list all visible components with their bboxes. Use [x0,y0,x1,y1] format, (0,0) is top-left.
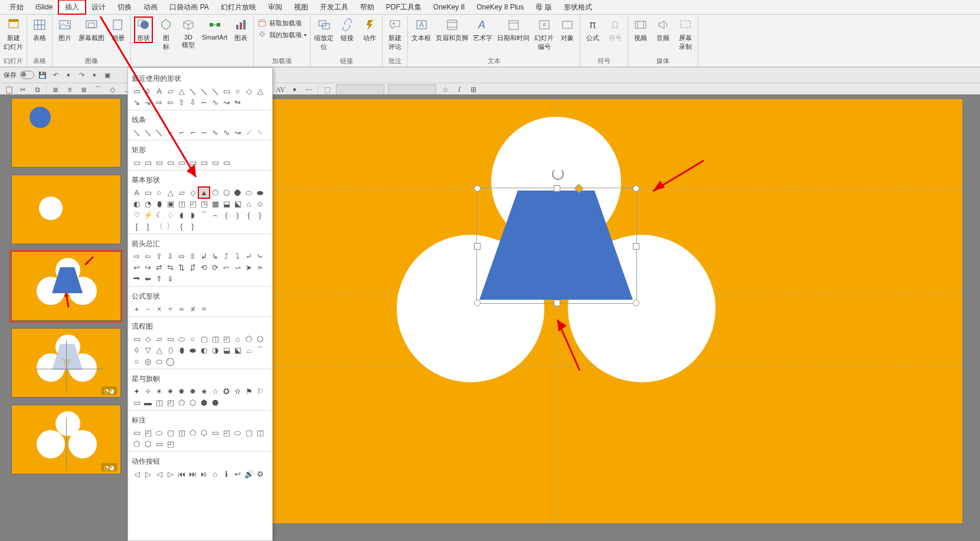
tab-design[interactable]: 设计 [86,1,112,14]
shape-option[interactable]: ◊ [143,86,153,96]
shape-option[interactable]: ⬕ [233,345,243,355]
shape-option[interactable]: ↩ [132,263,142,273]
screenrec-button[interactable]: 屏幕 录制 [677,17,694,51]
shape-option[interactable]: ▭ [210,428,220,438]
shape-option[interactable]: ▭ [188,158,198,168]
shape-option[interactable]: ▭ [143,188,153,198]
shape-option[interactable]: ◯ [165,356,175,366]
shape-option[interactable]: ➣ [255,263,265,273]
more-options-icon[interactable]: ⊞ [468,84,479,95]
shape-option[interactable]: ⬄ [177,251,187,261]
shape-option[interactable]: ▱ [154,334,164,344]
tab-pdf[interactable]: PDF工具集 [380,1,427,14]
shape-option[interactable]: ✷ [165,386,175,396]
shape-option[interactable]: ＼ [199,86,209,96]
shape-option[interactable]: A [132,188,142,198]
shape-option[interactable]: ⬓ [221,199,231,209]
shape-option[interactable]: ◐ [199,345,209,355]
icons-button[interactable]: 图 标 [157,17,175,51]
shape-option[interactable]: ⬯ [165,345,175,355]
shape-option[interactable]: A [154,86,164,96]
textbox-button[interactable]: A文本框 [411,17,431,42]
shape-option[interactable]: ⬡ [255,334,265,344]
shape-option[interactable]: ⇦ [165,97,175,107]
shape-option[interactable]: ⬡ [143,439,153,449]
shape-option[interactable]: ◰ [221,428,231,438]
tab-master[interactable]: 母 版 [530,1,557,14]
shape-option[interactable]: ⇧ [154,251,164,261]
shape-option[interactable]: ✦ [132,386,142,396]
shape-option[interactable]: } [255,210,265,220]
shape-option[interactable]: ↘ [132,97,142,107]
autosave-toggle[interactable] [20,71,34,79]
shape-option[interactable]: ☾ [154,210,164,220]
shape-option[interactable]: { [177,221,187,231]
shape-option[interactable]: ⟍ [255,127,265,137]
shape-option[interactable]: ∿ [210,127,220,137]
shape-option[interactable]: 🔊 [244,469,254,479]
shape-option[interactable]: ⇧ [177,97,187,107]
shape-option[interactable]: ▭ [199,158,209,168]
shape-option[interactable]: ↝ [233,127,243,137]
shape-option[interactable]: ⇅ [177,263,187,273]
shape-option[interactable]: ▭ [154,439,164,449]
shape-option[interactable]: ∿ [221,127,231,137]
shape-option[interactable]: ⇄ [154,263,164,273]
shape-option[interactable]: ◗ [188,210,198,220]
shape-option[interactable]: ⌒ [199,210,209,220]
shape-option[interactable]: ( [221,210,231,220]
shape-option[interactable]: ✹ [188,386,198,396]
shape-option[interactable]: ⏯ [199,469,209,479]
equation-button[interactable]: π公式 [584,17,602,42]
shape-option[interactable]: ▢ [165,428,175,438]
shape-option[interactable]: ⤷ [255,251,265,261]
shape-option[interactable]: ↳ [210,251,220,261]
shape-option[interactable]: ✶ [154,386,164,396]
shape-option[interactable]: ▭ [132,428,142,438]
comment-button[interactable]: 新建 评论 [386,17,404,51]
shape-option[interactable]: ↝ [221,97,231,107]
thumbnail-4[interactable]: ◔◕ [11,328,121,398]
shape-option[interactable]: ⬮ [154,199,164,209]
shape-option[interactable]: ⟳ [210,263,220,273]
shape-option[interactable]: ⬡ [188,398,198,408]
shape-option[interactable]: ⏮ [177,469,187,479]
shape-option[interactable]: ⚑ [244,386,254,396]
tab-shape-format[interactable]: 形状格式 [558,1,598,14]
shape-option[interactable]: ⌐ [188,127,198,137]
tab-slideshow[interactable]: 幻灯片放映 [215,1,262,14]
shape-option[interactable]: ⇨ [132,251,142,261]
tab-animation[interactable]: 动画 [138,1,164,14]
thumbnail-5[interactable]: ◔◕ [11,405,121,474]
shape-option[interactable]: ◇ [143,334,153,344]
chevron-down-icon[interactable]: ▾ [90,70,99,80]
shape-option[interactable]: ⇩ [165,251,175,261]
album-button[interactable]: 相册 [109,17,127,42]
chart-button[interactable]: 图表 [232,17,250,42]
handle-se[interactable] [633,300,639,306]
shape-option[interactable]: ◫ [177,199,187,209]
shape-option[interactable]: ⌐ [177,127,187,137]
shape-option[interactable]: ⬠ [132,439,142,449]
shape-option[interactable]: ⌢ [210,210,220,220]
shape-option[interactable]: ☺ [255,199,265,209]
shape-option[interactable]: ⟲ [199,263,209,273]
tab-transition[interactable]: 切换 [112,1,138,14]
shape-option[interactable]: ÷ [165,304,175,314]
shape-option[interactable]: ○ [233,86,243,96]
tab-islide[interactable]: iSlide [30,1,58,13]
shape-option[interactable]: ⚡ [143,210,153,220]
shape-option[interactable]: ○ [154,188,164,198]
shape-option[interactable]: 〉 [165,221,175,231]
shape-option[interactable]: ◐ [132,199,142,209]
shape-option[interactable]: ▱ [177,188,187,198]
shape-option[interactable]: ▽ [143,345,153,355]
shape-option[interactable]: ◰ [165,439,175,449]
shape-option[interactable]: ◰ [165,398,175,408]
shape-option[interactable]: ✸ [177,386,187,396]
shape-option[interactable]: ◇ [244,86,254,96]
shape-option[interactable]: ⬕ [233,199,243,209]
smartart-button[interactable]: SmartArt [202,17,227,41]
shape-option[interactable]: ⌐ [165,127,175,137]
shape-option[interactable]: ⇵ [188,263,198,273]
